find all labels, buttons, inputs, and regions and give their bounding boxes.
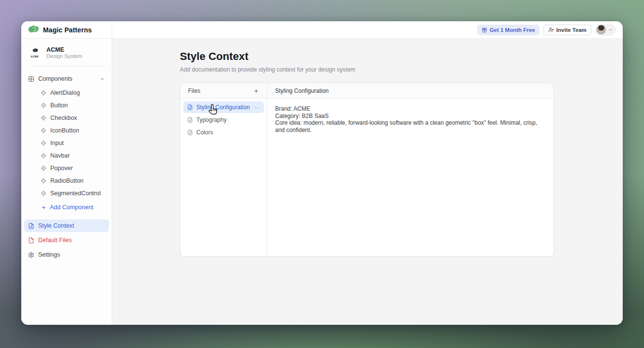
get-month-free-label: Get 1 Month Free — [490, 27, 535, 33]
brand-logo[interactable]: Magic Patterns — [21, 21, 112, 38]
file-item-label: Styling Configuration — [196, 104, 251, 111]
file-item-typography[interactable]: Typography — [183, 114, 264, 126]
sidebar-item-radiobutton[interactable]: RadioButton — [21, 174, 112, 187]
gift-icon — [482, 27, 487, 33]
topbar-actions: Get 1 Month Free Invite Team — [112, 21, 623, 38]
sidebar-item-settings[interactable]: Settings — [24, 248, 109, 261]
sidebar-item-checkbox[interactable]: Checkbox — [21, 112, 112, 124]
sidebar-item-button[interactable]: Button — [21, 99, 112, 112]
detail-line-category: Category: B2B SaaS — [275, 113, 546, 120]
component-icon — [41, 178, 46, 184]
file-item-colors[interactable]: Colors — [183, 127, 264, 138]
account-menu[interactable] — [595, 24, 616, 36]
detail-panel-header: Styling Configuration — [267, 83, 554, 99]
file-text-icon — [28, 223, 34, 229]
component-label: Navbar — [50, 152, 70, 159]
sidebar-item-popover[interactable]: Popover — [21, 162, 112, 174]
file-content[interactable]: Brand: ACME Category: B2B SaaS Core idea… — [267, 99, 554, 140]
files-panel-header: Files + — [180, 83, 267, 99]
sidebar-divider — [28, 66, 105, 66]
grid-icon — [28, 76, 34, 82]
components-header-label: Components — [38, 75, 73, 82]
component-label: SegmentedControl — [50, 190, 101, 197]
files-header-label: Files — [188, 87, 200, 94]
settings-label: Settings — [38, 251, 60, 258]
chevron-down-icon — [608, 28, 613, 32]
page-subtitle: Add documentation to provide styling con… — [180, 66, 623, 73]
sidebar-item-iconbutton[interactable]: IconButton — [21, 124, 112, 137]
component-icon — [41, 140, 46, 146]
chevron-down-icon — [100, 76, 105, 82]
file-item-styling-configuration[interactable]: Styling Configuration ⋯ — [183, 102, 264, 113]
component-icon — [41, 153, 46, 159]
detail-line-brand: Brand: ACME — [275, 105, 546, 113]
invite-team-button[interactable]: Invite Team — [543, 25, 591, 35]
avatar — [596, 25, 606, 35]
detail-header-label: Styling Configuration — [275, 87, 329, 94]
sidebar-item-default-files[interactable]: Default Files — [24, 234, 109, 246]
page-title: Style Context — [180, 50, 623, 63]
gear-icon — [28, 252, 34, 258]
file-list: Styling Configuration ⋯ Typography Color… — [180, 99, 267, 138]
component-label: Button — [50, 102, 68, 109]
component-label: RadioButton — [50, 177, 84, 184]
component-label: Input — [50, 140, 64, 146]
org-subtitle: Design System — [46, 53, 82, 59]
default-files-label: Default Files — [38, 237, 72, 244]
file-text-icon — [187, 130, 193, 135]
component-label: Popover — [50, 165, 73, 172]
plus-icon — [41, 205, 46, 210]
style-context-card: Files + Styling Configuration ⋯ Typograp… — [180, 83, 554, 257]
org-switcher[interactable]: ACME ACME Design System — [21, 44, 112, 61]
file-text-icon — [187, 117, 193, 123]
file-icon — [28, 237, 34, 244]
sidebar-item-input[interactable]: Input — [21, 137, 112, 149]
files-panel: Files + Styling Configuration ⋯ Typograp… — [180, 83, 267, 256]
file-item-label: Colors — [196, 129, 260, 136]
component-icon — [41, 165, 46, 171]
detail-line-core-idea: Core idea: modern, reliable, forward-loo… — [275, 119, 546, 133]
sidebar-item-alertdialog[interactable]: AlertDialog — [21, 87, 112, 99]
sidebar-item-segmentedcontrol[interactable]: SegmentedControl — [21, 187, 112, 200]
user-plus-icon — [548, 27, 554, 33]
component-icon — [41, 128, 46, 133]
main-content: Style Context Add documentation to provi… — [112, 39, 623, 325]
add-component-label: Add Component — [50, 204, 93, 211]
add-file-button[interactable]: + — [253, 87, 259, 94]
magic-patterns-logo-icon — [28, 25, 40, 34]
sidebar-item-navbar[interactable]: Navbar — [21, 149, 112, 162]
component-icon — [41, 90, 46, 96]
component-label: AlertDialog — [50, 89, 80, 96]
sidebar-item-style-context[interactable]: Style Context — [24, 219, 109, 232]
app-body: ACME ACME Design System Components — [21, 39, 623, 325]
org-logo-caption: ACME — [30, 55, 39, 58]
app-window: Magic Patterns Get 1 Month Free Invite T… — [21, 21, 623, 325]
file-more-button[interactable]: ⋯ — [254, 105, 260, 110]
brand-logo-text: Magic Patterns — [43, 26, 92, 34]
file-item-label: Typography — [196, 116, 260, 123]
detail-panel: Styling Configuration Brand: ACME Catego… — [267, 83, 554, 256]
org-name: ACME — [46, 46, 82, 53]
topbar: Magic Patterns Get 1 Month Free Invite T… — [21, 21, 623, 39]
add-component-button[interactable]: Add Component — [21, 201, 112, 214]
invite-team-label: Invite Team — [556, 27, 586, 33]
sidebar: ACME ACME Design System Components — [21, 39, 112, 325]
org-logo: ACME — [28, 45, 42, 60]
component-icon — [41, 190, 46, 196]
file-text-icon — [187, 104, 193, 110]
component-list: AlertDialog Button Checkbox IconButton I… — [21, 87, 112, 214]
component-label: IconButton — [50, 127, 79, 134]
sidebar-section-components[interactable]: Components — [21, 73, 112, 84]
component-icon — [41, 102, 46, 108]
component-label: Checkbox — [50, 115, 77, 121]
get-month-free-button[interactable]: Get 1 Month Free — [477, 25, 540, 35]
style-context-label: Style Context — [38, 222, 74, 229]
component-icon — [41, 115, 46, 121]
